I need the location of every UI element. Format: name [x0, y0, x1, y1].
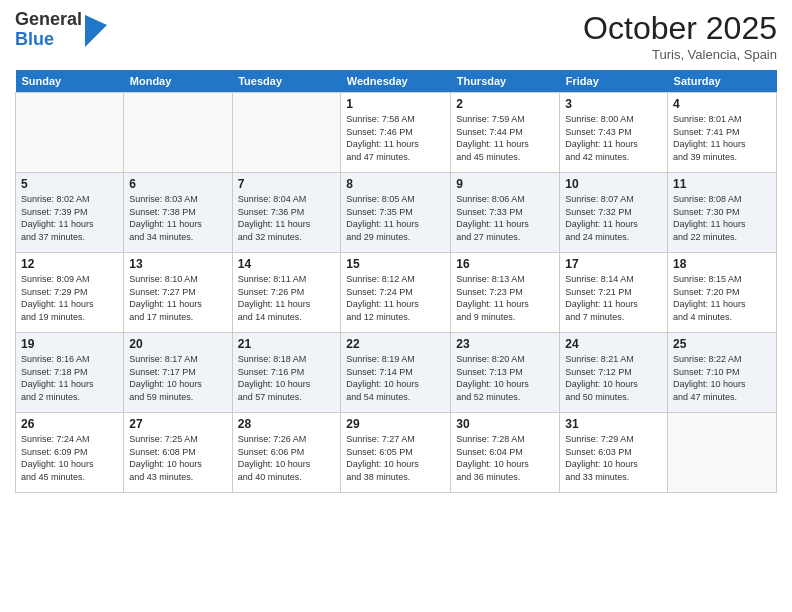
logo-general: General — [15, 10, 82, 30]
day-number: 28 — [238, 417, 336, 431]
day-info: Sunrise: 8:08 AMSunset: 7:30 PMDaylight:… — [673, 193, 771, 243]
calendar-cell: 29Sunrise: 7:27 AMSunset: 6:05 PMDayligh… — [341, 413, 451, 493]
day-number: 11 — [673, 177, 771, 191]
calendar-cell: 5Sunrise: 8:02 AMSunset: 7:39 PMDaylight… — [16, 173, 124, 253]
calendar-cell: 12Sunrise: 8:09 AMSunset: 7:29 PMDayligh… — [16, 253, 124, 333]
calendar-cell: 13Sunrise: 8:10 AMSunset: 7:27 PMDayligh… — [124, 253, 232, 333]
calendar-table: SundayMondayTuesdayWednesdayThursdayFrid… — [15, 70, 777, 493]
calendar-cell: 8Sunrise: 8:05 AMSunset: 7:35 PMDaylight… — [341, 173, 451, 253]
day-number: 16 — [456, 257, 554, 271]
calendar-cell — [124, 93, 232, 173]
day-number: 5 — [21, 177, 118, 191]
calendar-cell: 3Sunrise: 8:00 AMSunset: 7:43 PMDaylight… — [560, 93, 668, 173]
calendar-cell: 16Sunrise: 8:13 AMSunset: 7:23 PMDayligh… — [451, 253, 560, 333]
day-number: 31 — [565, 417, 662, 431]
day-info: Sunrise: 8:20 AMSunset: 7:13 PMDaylight:… — [456, 353, 554, 403]
day-number: 8 — [346, 177, 445, 191]
calendar-cell: 18Sunrise: 8:15 AMSunset: 7:20 PMDayligh… — [668, 253, 777, 333]
day-number: 12 — [21, 257, 118, 271]
day-number: 17 — [565, 257, 662, 271]
calendar-cell: 20Sunrise: 8:17 AMSunset: 7:17 PMDayligh… — [124, 333, 232, 413]
calendar-cell: 19Sunrise: 8:16 AMSunset: 7:18 PMDayligh… — [16, 333, 124, 413]
day-number: 24 — [565, 337, 662, 351]
day-header-monday: Monday — [124, 70, 232, 93]
month-title: October 2025 — [583, 10, 777, 47]
day-number: 18 — [673, 257, 771, 271]
day-number: 25 — [673, 337, 771, 351]
calendar-week-3: 12Sunrise: 8:09 AMSunset: 7:29 PMDayligh… — [16, 253, 777, 333]
calendar-cell: 21Sunrise: 8:18 AMSunset: 7:16 PMDayligh… — [232, 333, 341, 413]
day-info: Sunrise: 8:02 AMSunset: 7:39 PMDaylight:… — [21, 193, 118, 243]
calendar-cell: 15Sunrise: 8:12 AMSunset: 7:24 PMDayligh… — [341, 253, 451, 333]
calendar-header-row: SundayMondayTuesdayWednesdayThursdayFrid… — [16, 70, 777, 93]
calendar-cell: 17Sunrise: 8:14 AMSunset: 7:21 PMDayligh… — [560, 253, 668, 333]
calendar-cell: 27Sunrise: 7:25 AMSunset: 6:08 PMDayligh… — [124, 413, 232, 493]
day-number: 6 — [129, 177, 226, 191]
day-number: 13 — [129, 257, 226, 271]
day-header-tuesday: Tuesday — [232, 70, 341, 93]
calendar-week-2: 5Sunrise: 8:02 AMSunset: 7:39 PMDaylight… — [16, 173, 777, 253]
day-number: 23 — [456, 337, 554, 351]
day-info: Sunrise: 8:04 AMSunset: 7:36 PMDaylight:… — [238, 193, 336, 243]
day-info: Sunrise: 8:12 AMSunset: 7:24 PMDaylight:… — [346, 273, 445, 323]
title-block: October 2025 Turis, Valencia, Spain — [583, 10, 777, 62]
day-info: Sunrise: 8:11 AMSunset: 7:26 PMDaylight:… — [238, 273, 336, 323]
day-info: Sunrise: 8:03 AMSunset: 7:38 PMDaylight:… — [129, 193, 226, 243]
day-info: Sunrise: 7:25 AMSunset: 6:08 PMDaylight:… — [129, 433, 226, 483]
calendar-week-1: 1Sunrise: 7:58 AMSunset: 7:46 PMDaylight… — [16, 93, 777, 173]
day-header-sunday: Sunday — [16, 70, 124, 93]
day-info: Sunrise: 8:22 AMSunset: 7:10 PMDaylight:… — [673, 353, 771, 403]
day-number: 27 — [129, 417, 226, 431]
calendar-cell — [668, 413, 777, 493]
day-number: 10 — [565, 177, 662, 191]
day-number: 26 — [21, 417, 118, 431]
calendar-cell: 10Sunrise: 8:07 AMSunset: 7:32 PMDayligh… — [560, 173, 668, 253]
day-info: Sunrise: 8:07 AMSunset: 7:32 PMDaylight:… — [565, 193, 662, 243]
calendar-cell: 1Sunrise: 7:58 AMSunset: 7:46 PMDaylight… — [341, 93, 451, 173]
calendar-cell — [232, 93, 341, 173]
calendar-cell: 30Sunrise: 7:28 AMSunset: 6:04 PMDayligh… — [451, 413, 560, 493]
day-number: 21 — [238, 337, 336, 351]
day-info: Sunrise: 8:10 AMSunset: 7:27 PMDaylight:… — [129, 273, 226, 323]
day-info: Sunrise: 8:18 AMSunset: 7:16 PMDaylight:… — [238, 353, 336, 403]
day-info: Sunrise: 7:58 AMSunset: 7:46 PMDaylight:… — [346, 113, 445, 163]
day-info: Sunrise: 7:26 AMSunset: 6:06 PMDaylight:… — [238, 433, 336, 483]
logo-icon — [85, 15, 105, 45]
calendar-cell: 9Sunrise: 8:06 AMSunset: 7:33 PMDaylight… — [451, 173, 560, 253]
day-number: 15 — [346, 257, 445, 271]
day-info: Sunrise: 8:17 AMSunset: 7:17 PMDaylight:… — [129, 353, 226, 403]
day-info: Sunrise: 8:06 AMSunset: 7:33 PMDaylight:… — [456, 193, 554, 243]
day-info: Sunrise: 7:24 AMSunset: 6:09 PMDaylight:… — [21, 433, 118, 483]
calendar-cell: 31Sunrise: 7:29 AMSunset: 6:03 PMDayligh… — [560, 413, 668, 493]
day-info: Sunrise: 8:13 AMSunset: 7:23 PMDaylight:… — [456, 273, 554, 323]
calendar-cell: 25Sunrise: 8:22 AMSunset: 7:10 PMDayligh… — [668, 333, 777, 413]
day-number: 9 — [456, 177, 554, 191]
day-number: 20 — [129, 337, 226, 351]
logo-text: General Blue — [15, 10, 82, 50]
calendar-cell: 22Sunrise: 8:19 AMSunset: 7:14 PMDayligh… — [341, 333, 451, 413]
calendar-week-4: 19Sunrise: 8:16 AMSunset: 7:18 PMDayligh… — [16, 333, 777, 413]
day-number: 29 — [346, 417, 445, 431]
day-number: 22 — [346, 337, 445, 351]
calendar-cell: 26Sunrise: 7:24 AMSunset: 6:09 PMDayligh… — [16, 413, 124, 493]
day-number: 7 — [238, 177, 336, 191]
day-header-wednesday: Wednesday — [341, 70, 451, 93]
calendar-cell: 14Sunrise: 8:11 AMSunset: 7:26 PMDayligh… — [232, 253, 341, 333]
location: Turis, Valencia, Spain — [583, 47, 777, 62]
day-header-saturday: Saturday — [668, 70, 777, 93]
calendar-cell: 11Sunrise: 8:08 AMSunset: 7:30 PMDayligh… — [668, 173, 777, 253]
calendar-cell: 2Sunrise: 7:59 AMSunset: 7:44 PMDaylight… — [451, 93, 560, 173]
day-info: Sunrise: 8:00 AMSunset: 7:43 PMDaylight:… — [565, 113, 662, 163]
day-number: 2 — [456, 97, 554, 111]
svg-marker-0 — [85, 15, 107, 47]
day-header-friday: Friday — [560, 70, 668, 93]
calendar-cell: 7Sunrise: 8:04 AMSunset: 7:36 PMDaylight… — [232, 173, 341, 253]
day-info: Sunrise: 7:29 AMSunset: 6:03 PMDaylight:… — [565, 433, 662, 483]
calendar-cell: 24Sunrise: 8:21 AMSunset: 7:12 PMDayligh… — [560, 333, 668, 413]
day-info: Sunrise: 8:16 AMSunset: 7:18 PMDaylight:… — [21, 353, 118, 403]
day-info: Sunrise: 8:21 AMSunset: 7:12 PMDaylight:… — [565, 353, 662, 403]
calendar-cell: 28Sunrise: 7:26 AMSunset: 6:06 PMDayligh… — [232, 413, 341, 493]
calendar-cell: 6Sunrise: 8:03 AMSunset: 7:38 PMDaylight… — [124, 173, 232, 253]
day-info: Sunrise: 8:14 AMSunset: 7:21 PMDaylight:… — [565, 273, 662, 323]
day-info: Sunrise: 8:01 AMSunset: 7:41 PMDaylight:… — [673, 113, 771, 163]
